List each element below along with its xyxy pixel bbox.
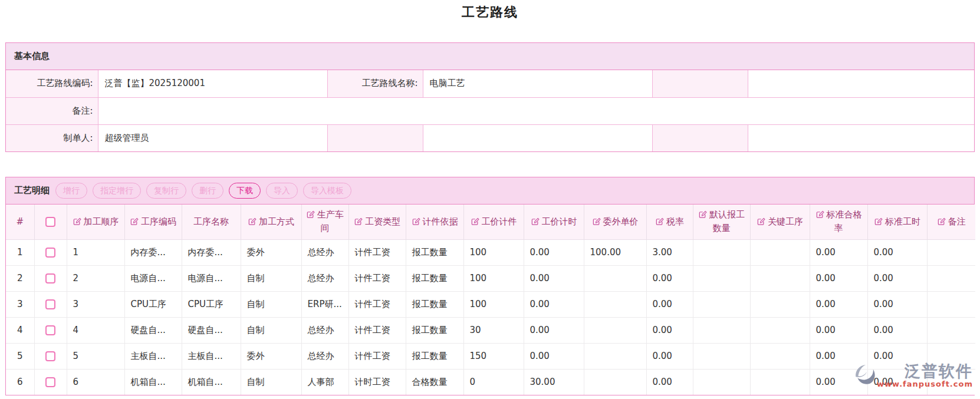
cell-process-method: 自制 (241, 265, 301, 291)
row-checkbox[interactable] (45, 273, 55, 283)
cell-remark (927, 369, 975, 395)
edit-column-icon (248, 217, 256, 226)
col-header-process-name: 工序名称 (182, 205, 241, 239)
toolbar-button-add-row[interactable]: 增行 (55, 183, 87, 199)
col-header-label: 税率 (666, 216, 684, 227)
cell-standard-pass-rate: 0.00 (810, 317, 867, 343)
cell-hourly-rate: 0.00 (524, 291, 584, 317)
cell-outsource-price: 100.00 (584, 239, 646, 265)
cell-process-order: 2 (67, 265, 124, 291)
row-checkbox[interactable] (45, 351, 55, 361)
grid-header-row: #加工顺序工序编码工序名称加工方式生产车间工资类型计件依据工价计件工价计时委外单… (6, 205, 975, 239)
process-detail-table: #加工顺序工序编码工序名称加工方式生产车间工资类型计件依据工价计件工价计时委外单… (6, 205, 975, 395)
edit-column-icon (306, 210, 315, 219)
col-header-label: 加工顺序 (84, 216, 119, 227)
toolbar-button-delete-row[interactable]: 删行 (192, 183, 223, 199)
cell-process-name: 硬盘自... (182, 317, 241, 343)
cell-piece-rate: 100 (463, 239, 524, 265)
col-header-process-method: 加工方式 (241, 205, 301, 239)
cell-process-code: CPU工序 (124, 291, 182, 317)
cell-key-process (750, 343, 810, 369)
creator-label: 制单人: (6, 124, 98, 151)
empty-value-cell (748, 124, 974, 151)
toolbar-button-group: 增行指定增行复制行删行下载导入导入模板 (55, 183, 351, 199)
routing-code-label: 工艺路线编码: (6, 70, 98, 97)
cell-tax-rate: 0.00 (646, 317, 693, 343)
cell-workshop: 总经办 (301, 265, 348, 291)
col-header-label: 工价计件 (482, 216, 517, 227)
cell-process-name: 主板自... (182, 343, 241, 369)
cell-piece-rate: 0 (463, 369, 524, 395)
cell-workshop: 人事部 (301, 369, 348, 395)
cell-hourly-rate: 0.00 (524, 265, 584, 291)
table-row: 11内存委...内存委...委外总经办计件工资报工数量1000.00100.00… (6, 239, 975, 265)
cell-outsource-price (584, 291, 646, 317)
col-header-process-order: 加工顺序 (67, 205, 124, 239)
cell-process-method: 委外 (241, 343, 301, 369)
col-header-outsource-price: 委外单价 (584, 205, 646, 239)
process-detail-toolbar: 工艺明细 增行指定增行复制行删行下载导入导入模板 (6, 177, 974, 205)
col-header-label: 工序编码 (141, 216, 176, 227)
edit-column-icon (874, 217, 883, 226)
toolbar-button-copy-row[interactable]: 复制行 (146, 183, 186, 199)
col-header-label: 委外单价 (603, 216, 639, 227)
table-row: 33CPU工序CPU工序自制ERP研...计件工资报工数量1000.000.00… (6, 291, 975, 317)
col-header-label: 关键工序 (768, 216, 803, 227)
edit-column-icon (130, 217, 139, 226)
col-header-piece-basis: 计件依据 (406, 205, 463, 239)
cell-default-report-qty (693, 317, 750, 343)
cell-process-name: CPU工序 (182, 291, 241, 317)
cell-workshop: ERP研... (301, 291, 348, 317)
edit-column-icon (73, 217, 81, 226)
basic-info-panel: 基本信息 工艺路线编码: 泛普【监】2025120001 工艺路线名称: 电脑工… (5, 42, 975, 152)
row-checkbox[interactable] (45, 248, 55, 258)
basic-info-header: 基本信息 (6, 43, 974, 70)
col-header-key-process: 关键工序 (750, 205, 810, 239)
process-detail-title: 工艺明细 (14, 185, 50, 196)
col-header-default-report-qty: 默认报工数量 (693, 205, 750, 239)
col-header-label: 标准工时 (885, 216, 920, 227)
select-all-checkbox[interactable] (45, 217, 55, 227)
cell-wage-type: 计时工资 (348, 369, 406, 395)
toolbar-button-add-row-at[interactable]: 指定增行 (93, 183, 141, 199)
cell-piece-rate: 150 (463, 343, 524, 369)
cell-workshop: 总经办 (301, 239, 348, 265)
col-header-workshop: 生产车间 (301, 205, 348, 239)
col-header-index: # (6, 205, 34, 239)
routing-code-value: 泛普【监】2025120001 (98, 70, 327, 97)
cell-piece-basis: 报工数量 (406, 265, 463, 291)
basic-info-title: 基本信息 (14, 51, 50, 62)
col-header-label: # (16, 216, 24, 227)
toolbar-button-download[interactable]: 下载 (229, 183, 261, 199)
edit-column-icon (592, 217, 601, 226)
row-checkbox[interactable] (45, 377, 55, 387)
cell-hourly-rate: 30.00 (524, 369, 584, 395)
row-checkbox[interactable] (45, 299, 55, 309)
col-header-tax-rate: 税率 (646, 205, 693, 239)
toolbar-button-import[interactable]: 导入 (266, 183, 298, 199)
col-header-standard-hours: 标准工时 (867, 205, 927, 239)
col-header-piece-rate: 工价计件 (463, 205, 524, 239)
cell-default-report-qty (693, 369, 750, 395)
toolbar-button-import-template[interactable]: 导入模板 (303, 183, 351, 199)
cell-standard-pass-rate: 0.00 (810, 265, 867, 291)
cell-index: 1 (6, 239, 34, 265)
cell-index: 6 (6, 369, 34, 395)
cell-process-name: 电源自... (182, 265, 241, 291)
edit-column-icon (698, 210, 707, 219)
table-row: 66机箱自...机箱自...自制人事部计时工资合格数量030.000.000.0… (6, 369, 975, 395)
cell-process-method: 委外 (241, 239, 301, 265)
cell-index: 5 (6, 343, 34, 369)
cell-process-code: 主板自... (124, 343, 182, 369)
remark-label: 备注: (6, 97, 98, 124)
row-checkbox[interactable] (45, 325, 55, 335)
cell-remark (927, 291, 975, 317)
cell-standard-pass-rate: 0.00 (810, 291, 867, 317)
cell-outsource-price (584, 343, 646, 369)
cell-standard-pass-rate: 0.00 (810, 239, 867, 265)
empty-label-cell (327, 124, 423, 151)
cell-hourly-rate: 0.00 (524, 239, 584, 265)
routing-name-value: 电脑工艺 (423, 70, 652, 97)
empty-value-cell (423, 124, 652, 151)
cell-key-process (750, 265, 810, 291)
